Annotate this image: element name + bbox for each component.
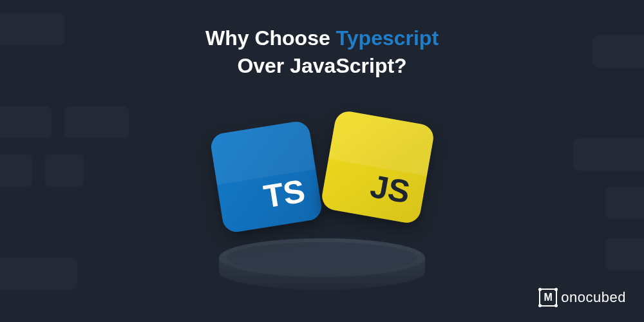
- bg-code-block: [45, 155, 84, 187]
- page-title: Why Choose Typescript Over JavaScript?: [0, 0, 644, 80]
- typescript-logo-card: TS: [209, 120, 323, 234]
- bg-code-block: [0, 106, 52, 138]
- title-highlight-javascript: JavaScript: [290, 54, 394, 77]
- pedestal: [219, 238, 425, 290]
- title-suffix: ?: [394, 54, 407, 77]
- brand-icon: M: [539, 289, 557, 307]
- brand-logo: M onocubed: [539, 289, 626, 307]
- bg-code-block: [0, 258, 77, 290]
- bg-code-block: [0, 13, 64, 45]
- bg-code-block: [0, 155, 32, 187]
- bg-code-block: [64, 106, 129, 138]
- typescript-label: TS: [261, 172, 307, 215]
- bg-code-block: [573, 138, 644, 171]
- title-prefix-2: Over: [237, 54, 290, 77]
- bg-code-block: [592, 35, 644, 68]
- pedestal-top: [219, 238, 425, 277]
- javascript-label: JS: [368, 167, 413, 211]
- bg-code-block: [605, 238, 644, 270]
- bg-code-block: [605, 187, 644, 219]
- javascript-logo-card: JS: [320, 109, 436, 225]
- brand-name: onocubed: [561, 289, 626, 306]
- title-highlight-typescript: Typescript: [336, 26, 439, 50]
- title-prefix-1: Why Choose: [205, 26, 336, 50]
- logo-cards-container: TS JS: [216, 111, 428, 227]
